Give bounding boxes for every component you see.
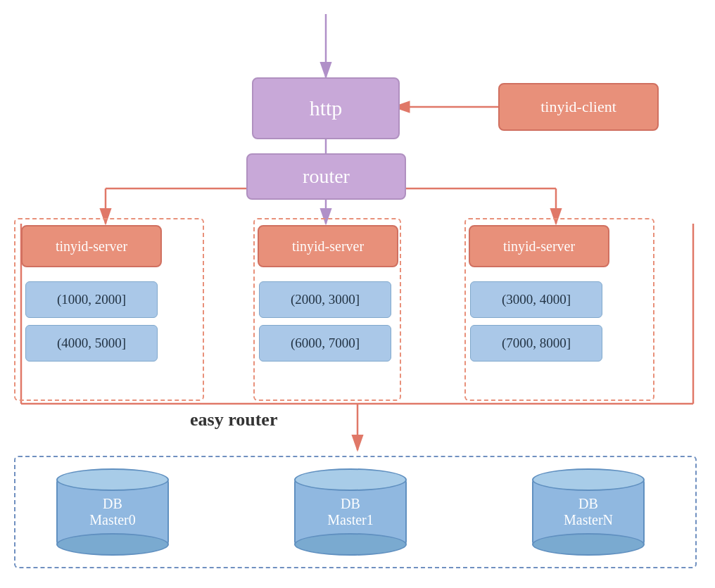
router-box: router <box>246 153 406 200</box>
range1b-box: (4000, 5000] <box>25 325 158 362</box>
http-box: http <box>252 77 400 139</box>
range3a-label: (3000, 4000] <box>502 292 571 307</box>
tinyid-server2-box: tinyid-server <box>258 225 398 267</box>
db-masterN-cylinder: DBMasterN <box>532 461 645 553</box>
easy-router-label: easy router <box>190 409 277 430</box>
range3a-box: (3000, 4000] <box>470 281 602 318</box>
range1a-box: (1000, 2000] <box>25 281 158 318</box>
range1a-label: (1000, 2000] <box>57 292 126 307</box>
range3b-box: (7000, 8000] <box>470 325 602 362</box>
easy-router-text: easy router <box>190 409 277 430</box>
router-label: router <box>303 165 350 188</box>
range1b-label: (4000, 5000] <box>57 335 126 351</box>
range2a-box: (2000, 3000] <box>259 281 391 318</box>
db-master1-cylinder: DBMaster1 <box>294 461 407 553</box>
server3-label: tinyid-server <box>503 238 575 255</box>
range2b-box: (6000, 7000] <box>259 325 391 362</box>
range3b-label: (7000, 8000] <box>502 335 571 351</box>
tinyid-server3-box: tinyid-server <box>469 225 609 267</box>
range2a-label: (2000, 3000] <box>291 292 360 307</box>
tinyid-client-box: tinyid-client <box>498 83 659 131</box>
db-master0-body: DBMaster0 <box>56 477 169 547</box>
server1-label: tinyid-server <box>56 238 127 255</box>
range2b-label: (6000, 7000] <box>291 335 360 351</box>
db-masterN-body: DBMasterN <box>532 477 645 547</box>
server2-label: tinyid-server <box>292 238 364 255</box>
db-master0-cylinder: DBMaster0 <box>56 461 169 553</box>
diagram: http router tinyid-client tinyid-server … <box>0 0 715 588</box>
db-master1-body: DBMaster1 <box>294 477 407 547</box>
http-label: http <box>310 96 343 120</box>
tinyid-server1-box: tinyid-server <box>21 225 162 267</box>
tinyid-client-label: tinyid-client <box>540 98 616 116</box>
